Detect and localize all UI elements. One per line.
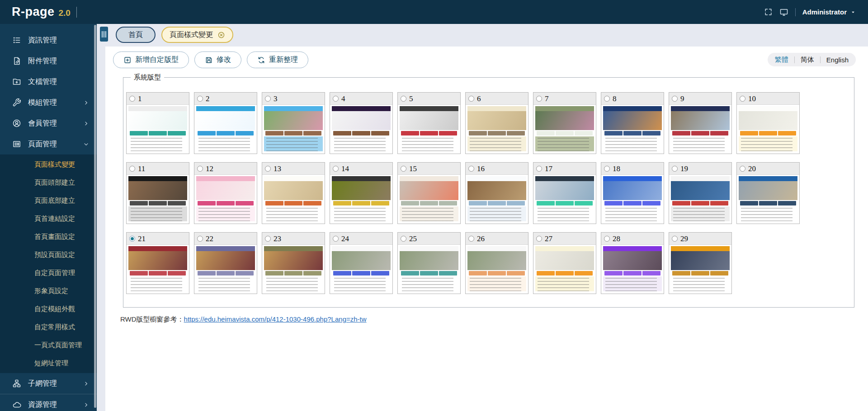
template-radio-14[interactable] — [333, 166, 339, 172]
template-radio-29[interactable] — [672, 236, 678, 242]
tab-close-icon[interactable] — [217, 31, 225, 39]
template-radio-20[interactable] — [740, 166, 745, 172]
sidebar-item-member[interactable]: 會員管理 — [0, 113, 97, 134]
template-card-9[interactable]: 9 — [669, 92, 732, 154]
template-card-29[interactable]: 29 — [669, 232, 732, 294]
sidebar-subitem-footer-build[interactable]: 頁面底部建立 — [0, 191, 97, 210]
sidebar-item-subnet[interactable]: 子網管理 — [0, 373, 97, 394]
template-radio-10[interactable] — [740, 96, 745, 102]
template-radio-21[interactable] — [129, 236, 135, 242]
template-radio-19[interactable] — [672, 166, 678, 172]
template-card-10[interactable]: 10 — [736, 92, 800, 154]
template-card-22[interactable]: 22 — [194, 232, 257, 294]
template-card-3[interactable]: 3 — [262, 92, 325, 154]
add-custom-template-button[interactable]: 新增自定版型 — [113, 51, 189, 68]
sidebar-collapse-handle[interactable] — [100, 27, 108, 42]
sidebar-item-module[interactable]: 模組管理 — [0, 92, 97, 113]
template-radio-4[interactable] — [333, 96, 339, 102]
template-radio-12[interactable] — [197, 166, 203, 172]
template-radio-13[interactable] — [265, 166, 271, 172]
sidebar-subitem-style-change[interactable]: 頁面樣式變更 — [0, 155, 97, 173]
template-card-1[interactable]: 1 — [126, 92, 189, 154]
template-card-16[interactable]: 16 — [465, 162, 528, 224]
template-card-13[interactable]: 13 — [262, 162, 325, 224]
template-card-24[interactable]: 24 — [330, 232, 393, 294]
template-card-8[interactable]: 8 — [601, 92, 664, 154]
template-radio-27[interactable] — [536, 236, 542, 242]
template-card-15[interactable]: 15 — [397, 162, 461, 224]
language-option-zh-cn[interactable]: 简体 — [801, 56, 814, 64]
template-card-7[interactable]: 7 — [533, 92, 596, 154]
template-card-header: 29 — [669, 233, 731, 245]
template-card-17[interactable]: 17 — [533, 162, 596, 224]
template-card-19[interactable]: 19 — [669, 162, 732, 224]
template-card-25[interactable]: 25 — [397, 232, 461, 294]
template-card-header: 13 — [262, 163, 325, 175]
template-radio-24[interactable] — [333, 236, 339, 242]
template-card-23[interactable]: 23 — [262, 232, 325, 294]
template-card-header: 17 — [533, 163, 596, 175]
wrench-icon — [12, 98, 21, 107]
rwd-reference-link[interactable]: https://edu.heimavista.com/p/412-1030-49… — [184, 315, 367, 323]
template-card-4[interactable]: 4 — [330, 92, 393, 154]
sidebar-subitem-common-style[interactable]: 自定常用樣式 — [0, 318, 97, 336]
reload-button[interactable]: 重新整理 — [247, 51, 308, 68]
sidebar-subitem-home-links[interactable]: 頁首連結設定 — [0, 210, 97, 228]
sidebar-subitem-home-screen[interactable]: 首頁畫面設定 — [0, 228, 97, 246]
sidebar-subitem-onepage[interactable]: 一頁式頁面管理 — [0, 336, 97, 354]
template-radio-7[interactable] — [536, 96, 542, 102]
template-card-6[interactable]: 6 — [465, 92, 528, 154]
language-option-en[interactable]: English — [826, 56, 849, 64]
template-card-12[interactable]: 12 — [194, 162, 257, 224]
sidebar-scrollbar[interactable] — [94, 25, 96, 408]
template-radio-26[interactable] — [468, 236, 474, 242]
template-card-26[interactable]: 26 — [465, 232, 528, 294]
template-radio-15[interactable] — [401, 166, 406, 172]
template-radio-22[interactable] — [197, 236, 203, 242]
template-card-18[interactable]: 18 — [601, 162, 664, 224]
template-radio-5[interactable] — [401, 96, 406, 102]
sidebar-item-resource[interactable]: 資源管理 — [0, 394, 97, 411]
sidebar-subitem-module-skin[interactable]: 自定模組外觀 — [0, 300, 97, 318]
template-card-14[interactable]: 14 — [330, 162, 393, 224]
user-menu[interactable]: Administrator — [802, 8, 856, 16]
template-radio-8[interactable] — [604, 96, 610, 102]
template-radio-1[interactable] — [129, 96, 135, 102]
template-radio-11[interactable] — [129, 166, 135, 172]
template-radio-16[interactable] — [468, 166, 474, 172]
template-number: 13 — [274, 165, 281, 173]
modify-button[interactable]: 修改 — [194, 51, 241, 68]
sidebar-item-info[interactable]: 資訊管理 — [0, 30, 97, 51]
template-thumbnail — [400, 246, 458, 291]
template-card-20[interactable]: 20 — [736, 162, 800, 224]
template-radio-9[interactable] — [672, 96, 678, 102]
template-radio-17[interactable] — [536, 166, 542, 172]
template-radio-23[interactable] — [265, 236, 271, 242]
template-card-21[interactable]: 21 — [126, 232, 189, 294]
sidebar-item-page[interactable]: 頁面管理 — [0, 134, 97, 154]
tab-page-style[interactable]: 頁面樣式變更 — [161, 27, 233, 43]
template-number: 18 — [613, 165, 620, 173]
language-option-zh-tw[interactable]: 繁體 — [775, 56, 788, 64]
sidebar-item-attach[interactable]: 附件管理 — [0, 51, 97, 71]
template-card-2[interactable]: 2 — [194, 92, 257, 154]
template-card-27[interactable]: 27 — [533, 232, 596, 294]
fullscreen-icon[interactable] — [764, 8, 773, 16]
sidebar-subitem-custom-page[interactable]: 自定頁面管理 — [0, 264, 97, 282]
tab-home[interactable]: 首頁 — [116, 27, 156, 43]
sidebar-subitem-default-page[interactable]: 預設頁面設定 — [0, 246, 97, 264]
sidebar-subitem-image-page[interactable]: 形象頁設定 — [0, 282, 97, 300]
template-radio-2[interactable] — [197, 96, 203, 102]
monitor-icon[interactable] — [779, 8, 788, 17]
sidebar-subitem-header-build[interactable]: 頁面頭部建立 — [0, 173, 97, 191]
sidebar-subitem-short-url[interactable]: 短網址管理 — [0, 354, 97, 372]
sidebar-item-doc[interactable]: 文檔管理 — [0, 71, 97, 92]
template-radio-6[interactable] — [468, 96, 474, 102]
template-radio-18[interactable] — [604, 166, 610, 172]
template-card-28[interactable]: 28 — [601, 232, 664, 294]
template-card-5[interactable]: 5 — [397, 92, 461, 154]
template-radio-3[interactable] — [265, 96, 271, 102]
template-radio-28[interactable] — [604, 236, 610, 242]
template-card-11[interactable]: 11 — [126, 162, 189, 224]
template-radio-25[interactable] — [401, 236, 406, 242]
